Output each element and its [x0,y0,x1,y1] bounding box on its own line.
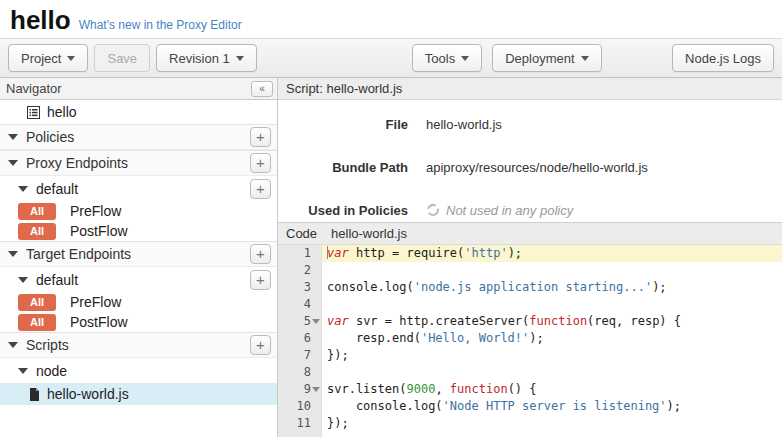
code-token: }); [327,416,349,430]
line-number: 10 [278,398,321,415]
code-line[interactable]: console.log('Node HTTP server is listeni… [322,398,782,415]
fold-toggle-icon[interactable] [312,387,320,392]
add-default-button[interactable]: + [250,179,271,199]
sidebar-item-policies[interactable]: Policies+ [0,124,277,150]
sidebar-item-preflow[interactable]: AllPreFlow [0,201,277,221]
add-scripts-button[interactable]: + [250,335,271,355]
line-number: 8 [278,364,321,381]
code-token: 'Node HTTP server is listening' [443,399,667,413]
detail-row-used-in-policies: Used in PoliciesNot used in any policy [278,200,782,220]
triangle-down-icon [8,342,18,348]
script-header: Script: hello-world.js [278,78,782,100]
add-default-button[interactable]: + [250,270,271,290]
sidebar-item-label: PreFlow [70,294,121,310]
nodejs-logs-button[interactable]: Node.js Logs [672,44,774,72]
conditions-all-badge: All [18,294,56,311]
code-token: 'http' [464,246,507,260]
code-token: svr = http.createServer( [349,314,530,328]
proxy-overview-icon [27,106,40,119]
code-line[interactable] [322,364,782,381]
save-button[interactable]: Save [94,44,150,72]
fold-toggle-icon[interactable] [312,319,320,324]
chevron-down-icon [236,56,244,61]
file-icon [29,388,40,401]
code-panel-header: Code hello-world.js [278,222,782,245]
chevron-down-icon [581,56,589,61]
sidebar-item-label: node [36,363,67,379]
line-number: 6 [278,330,321,347]
sidebar-item-label: hello-world.js [47,386,129,402]
detail-value: apiproxy/resources/node/hello-world.js [426,160,648,175]
code-panel-label: Code [286,226,317,241]
navigator-rows: helloPolicies+Proxy Endpoints+default+Al… [0,100,277,405]
sidebar-item-postflow[interactable]: AllPostFlow [0,312,277,332]
sidebar-item-node[interactable]: node [0,358,277,383]
code-token: 9000 [406,382,435,396]
code-line[interactable]: var http = require('http'); [322,245,782,262]
conditions-all-badge: All [18,223,56,240]
code-line[interactable]: }); [322,347,782,364]
line-number: 9 [278,381,321,398]
deployment-button[interactable]: Deployment [492,44,601,72]
content-area: Navigator « helloPolicies+Proxy Endpoint… [0,78,782,437]
code-token: resp.end( [327,331,421,345]
code-line[interactable]: console.log('node.js application startin… [322,279,782,296]
sidebar-item-scripts[interactable]: Scripts+ [0,332,277,358]
add-target-endpoints-button[interactable]: + [250,244,271,264]
sidebar-item-hello-world-js[interactable]: hello-world.js [0,383,277,405]
navigator-title: Navigator [6,81,62,96]
code-token: 'node.js application starting...' [414,280,652,294]
code-file-tab[interactable]: hello-world.js [331,226,407,241]
sidebar-item-proxy-endpoints[interactable]: Proxy Endpoints+ [0,150,277,176]
sidebar-item-target-endpoints[interactable]: Target Endpoints+ [0,241,277,267]
triangle-down-icon [8,251,18,257]
line-number: 7 [278,347,321,364]
code-gutter: 1234567891011 [278,245,322,437]
collapse-navigator-button[interactable]: « [251,81,273,97]
detail-row-bundle-path: Bundle Pathapiproxy/resources/node/hello… [278,157,782,177]
sidebar-item-label: PostFlow [70,314,128,330]
navigator-panel: Navigator « helloPolicies+Proxy Endpoint… [0,78,278,437]
broken-link-icon [426,203,440,217]
code-token: svr.listen( [327,382,406,396]
code-token: }); [327,348,349,362]
code-line[interactable] [322,296,782,313]
revision-button[interactable]: Revision 1 [156,44,257,72]
add-policies-button[interactable]: + [250,127,271,147]
code-lines: var http = require('http');console.log('… [322,245,782,437]
sidebar-item-label: default [36,272,78,288]
code-line[interactable]: }); [322,415,782,432]
code-token: 'Hello, World!' [421,331,529,345]
detail-value-text: Not used in any policy [446,203,573,218]
sidebar-item-default[interactable]: default+ [0,267,277,292]
toolbar: Project Save Revision 1 Tools Deployment… [0,38,782,78]
code-token: console.log( [327,399,443,413]
sidebar-item-postflow[interactable]: AllPostFlow [0,221,277,241]
sidebar-item-default[interactable]: default+ [0,176,277,201]
whats-new-link[interactable]: What's new in the Proxy Editor [79,18,242,32]
code-line[interactable]: resp.end('Hello, World!'); [322,330,782,347]
navigator-header: Navigator « [0,78,277,100]
sidebar-item-label: Proxy Endpoints [26,155,128,171]
code-line[interactable] [322,262,782,279]
sidebar-item-label: default [36,181,78,197]
code-line[interactable]: svr.listen(9000, function() { [322,381,782,398]
page-header: hello What's new in the Proxy Editor [0,0,782,38]
line-number: 2 [278,262,321,279]
project-button[interactable]: Project [8,44,88,72]
add-proxy-endpoints-button[interactable]: + [250,153,271,173]
code-editor[interactable]: 1234567891011 var http = require('http')… [278,245,782,437]
code-token: , [435,382,449,396]
code-token: http = require( [349,246,465,260]
code-token: (req, resp) { [587,314,681,328]
tools-button[interactable]: Tools [412,44,482,72]
sidebar-item-preflow[interactable]: AllPreFlow [0,292,277,312]
chevron-down-icon [67,56,75,61]
detail-value: Not used in any policy [426,203,573,218]
triangle-down-icon [18,368,28,374]
code-token: function [529,314,587,328]
line-number: 4 [278,296,321,313]
sidebar-item-hello[interactable]: hello [0,100,277,124]
script-detail-panel: Script: hello-world.js Filehello-world.j… [278,78,782,437]
code-line[interactable]: var svr = http.createServer(function(req… [322,313,782,330]
